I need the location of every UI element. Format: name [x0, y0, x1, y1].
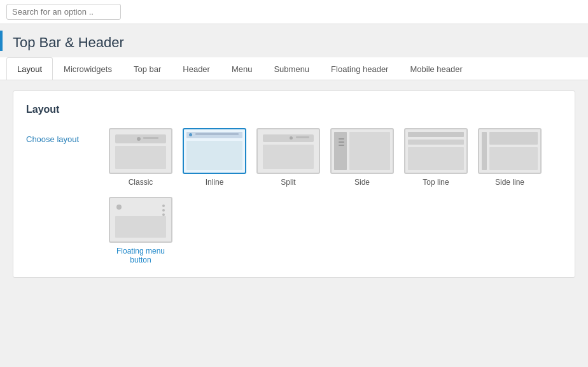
page-title-wrapper: Top Bar & Header [0, 24, 588, 57]
tab-submenu[interactable]: Submenu [263, 57, 320, 80]
search-bar [0, 0, 588, 24]
layout-options: Classic Inline [109, 128, 562, 264]
tab-top-bar[interactable]: Top bar [123, 57, 172, 80]
layout-name-topline: Top line [423, 178, 449, 187]
sideline-nav [489, 132, 538, 145]
tab-mobile-header[interactable]: Mobile header [399, 57, 473, 80]
split-dot [290, 136, 293, 140]
side-menu-lines [339, 138, 344, 146]
layout-option-floating[interactable]: Floating menubutton [109, 197, 172, 264]
choose-layout-label: Choose layout [26, 128, 96, 144]
classic-content [115, 146, 166, 169]
tab-menu[interactable]: Menu [221, 57, 263, 80]
split-lines [296, 136, 309, 138]
side-sidebar [334, 132, 347, 170]
inline-content [186, 141, 242, 170]
inline-nav-lines [195, 133, 239, 135]
floating-dot [116, 205, 122, 210]
layout-row: Choose layout Classic [26, 128, 562, 264]
panel-title: Layout [26, 104, 562, 115]
layout-thumb-floating[interactable] [109, 197, 172, 243]
split-content [263, 145, 314, 169]
layout-thumb-inline[interactable] [183, 128, 246, 174]
split-top-bar [263, 134, 314, 142]
layout-thumb-topline[interactable] [404, 128, 468, 174]
layout-name-inline: Inline [206, 178, 224, 187]
search-input[interactable] [6, 4, 121, 20]
layout-name-side: Side [354, 178, 370, 187]
sideline-line [482, 132, 487, 170]
layout-panel: Layout Choose layout Classic [13, 90, 575, 278]
layout-thumb-split[interactable] [256, 128, 320, 174]
side-mline-1 [339, 138, 344, 140]
topline-nav [408, 140, 464, 145]
layout-option-classic[interactable]: Classic [109, 128, 172, 187]
classic-dot [137, 137, 141, 141]
tab-microwidgets[interactable]: Microwidgets [53, 57, 123, 80]
layout-name-floating: Floating menubutton [116, 247, 165, 264]
layout-name-classic: Classic [129, 178, 153, 187]
layout-name-sideline: Side line [495, 178, 524, 187]
floating-fdot-2 [162, 209, 165, 212]
floating-fdot-1 [162, 205, 165, 207]
inline-dot [189, 133, 192, 136]
tab-floating-header[interactable]: Floating header [320, 57, 399, 80]
layout-thumb-sideline[interactable] [478, 128, 542, 174]
floating-content [115, 216, 166, 238]
layout-option-sideline[interactable]: Side line [478, 128, 542, 187]
topline-top [408, 132, 464, 137]
layout-option-topline[interactable]: Top line [404, 128, 468, 187]
side-content [349, 132, 390, 170]
classic-header-bar [115, 134, 166, 143]
tab-layout[interactable]: Layout [6, 57, 53, 80]
layout-thumb-side[interactable] [330, 128, 394, 174]
tabs-bar: Layout Microwidgets Top bar Header Menu … [0, 57, 588, 80]
side-mline-2 [339, 141, 344, 143]
floating-three-dots [162, 205, 165, 216]
main-content: Layout Choose layout Classic [0, 80, 588, 288]
classic-line [143, 137, 158, 139]
page-title: Top Bar & Header [0, 24, 588, 57]
tab-header[interactable]: Header [172, 57, 221, 80]
layout-option-inline[interactable]: Inline [183, 128, 246, 187]
sideline-content [489, 147, 538, 170]
layout-option-side[interactable]: Side [330, 128, 394, 187]
topline-content [408, 147, 464, 170]
layout-option-split[interactable]: Split [256, 128, 320, 187]
layout-name-split: Split [281, 178, 295, 187]
side-mline-3 [339, 145, 344, 146]
layout-thumb-classic[interactable] [109, 128, 172, 174]
